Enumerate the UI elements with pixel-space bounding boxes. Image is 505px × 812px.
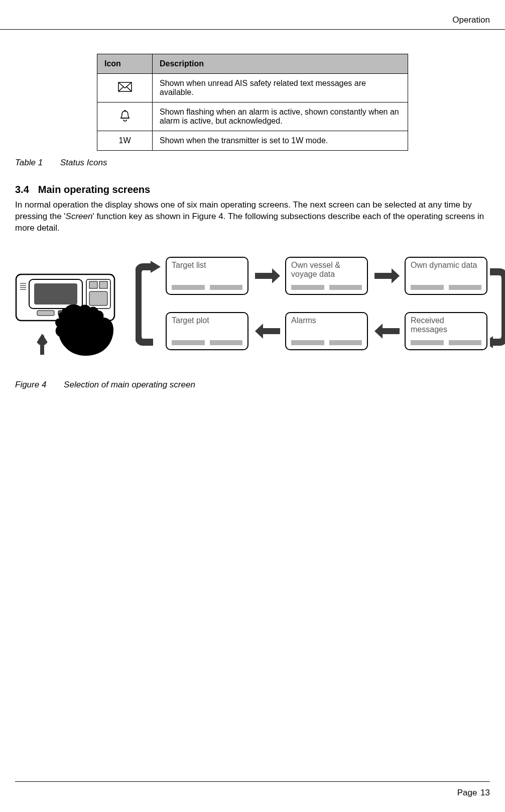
- arrow-right-icon: [374, 268, 400, 283]
- table-row: Shown flashing when an alarm is active, …: [97, 103, 408, 131]
- section-title: Main operating screens: [38, 184, 150, 195]
- page-number: Page 13: [457, 788, 490, 798]
- screen-card-target-list: Target list: [166, 257, 248, 295]
- screen-card-target-plot: Target plot: [166, 312, 248, 350]
- envelope-icon: [97, 74, 153, 103]
- svg-rect-12: [99, 281, 107, 288]
- svg-rect-13: [89, 291, 107, 306]
- svg-rect-11: [89, 281, 97, 288]
- svg-marker-21: [392, 268, 400, 283]
- arrow-left-icon: [374, 324, 400, 339]
- table-cell-description: Shown when unread AIS safety related tex…: [153, 74, 408, 103]
- footer-rule: [15, 781, 490, 782]
- section-number: 3.4: [15, 184, 29, 195]
- device-illustration: [15, 269, 123, 360]
- table-cell-description: Shown when the transmitter is set to 1W …: [153, 131, 408, 151]
- table-header-icon: Icon: [97, 54, 153, 74]
- transmitter-1w-icon: 1W: [97, 131, 153, 151]
- status-icons-table: Icon Description Shown when unread AIS s…: [97, 54, 408, 151]
- table-caption: Table 1 Status Icons: [15, 158, 505, 168]
- screen-card-own-vessel: Own vessel & voyage data: [285, 257, 368, 295]
- table-header-description: Description: [153, 54, 408, 74]
- figure-caption: Figure 4 Selection of main operating scr…: [15, 380, 505, 390]
- svg-rect-23: [263, 328, 280, 334]
- screen-card-own-dynamic: Own dynamic data: [405, 257, 487, 295]
- table-caption-text: Status Icons: [60, 158, 107, 167]
- cycle-arrow-icon: [136, 259, 161, 350]
- screen-card-alarms: Alarms: [285, 312, 368, 350]
- svg-rect-20: [374, 273, 392, 279]
- svg-marker-24: [255, 324, 263, 339]
- svg-marker-22: [490, 336, 493, 348]
- table-row: Shown when unread AIS safety related tex…: [97, 74, 408, 103]
- table-caption-prefix: Table 1: [15, 158, 43, 167]
- svg-marker-16: [37, 334, 47, 342]
- screen-selection-diagram: Target list Own vessel & voyage data Own…: [15, 254, 490, 365]
- page-header: Operation: [0, 15, 505, 30]
- svg-rect-18: [255, 273, 272, 279]
- svg-marker-19: [272, 268, 280, 283]
- screen-card-received-messages: Received messages: [405, 312, 487, 350]
- figure-caption-text: Selection of main operating screen: [64, 380, 195, 389]
- section-paragraph: In normal operation the display shows on…: [15, 199, 490, 234]
- bell-icon: [97, 103, 153, 131]
- svg-marker-26: [374, 324, 383, 339]
- section-heading: 3.4Main operating screens: [0, 184, 505, 195]
- svg-marker-17: [151, 261, 161, 273]
- svg-rect-14: [37, 311, 54, 316]
- table-cell-description: Shown flashing when an alarm is active, …: [153, 103, 408, 131]
- svg-rect-25: [383, 328, 400, 334]
- arrow-right-icon: [255, 268, 280, 283]
- svg-rect-5: [34, 283, 77, 304]
- table-row: 1W Shown when the transmitter is set to …: [97, 131, 408, 151]
- arrow-left-icon: [255, 324, 280, 339]
- cycle-arrow-icon: [490, 259, 505, 350]
- figure-caption-prefix: Figure 4: [15, 380, 46, 389]
- header-section-name: Operation: [452, 15, 490, 25]
